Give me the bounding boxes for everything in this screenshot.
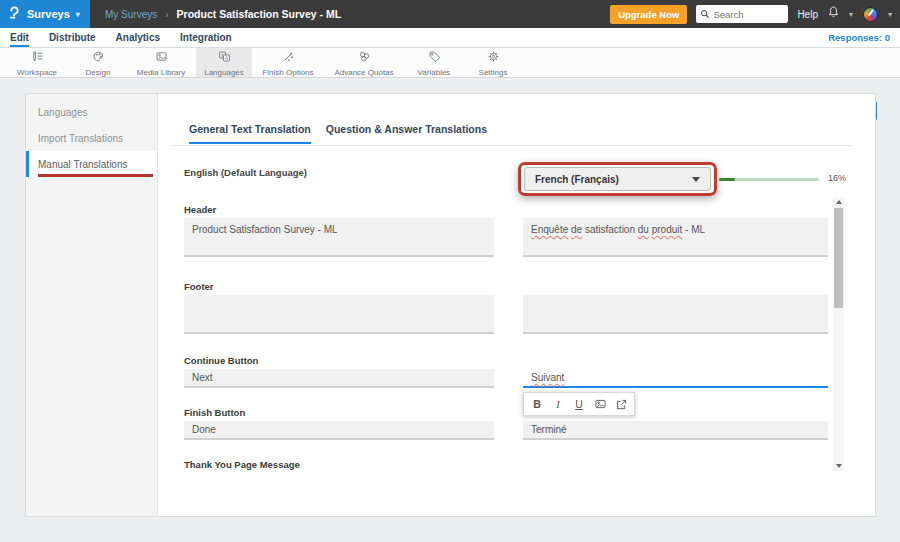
format-toolbar: BIU [523, 392, 635, 416]
upgrade-now-button[interactable]: Upgrade Now [610, 5, 687, 24]
gear-icon [487, 49, 500, 67]
translation-progress-fill [719, 178, 735, 181]
breadcrumb-my-surveys[interactable]: My Surveys [105, 9, 157, 20]
field-row-continue-button: Continue ButtonNextSuivantBIU [158, 355, 833, 388]
field-columns: NextSuivantBIU [184, 369, 833, 388]
toolbar-item-design[interactable]: Design [70, 48, 126, 77]
field-row-header: HeaderProduct Satisfaction Survey - MLEn… [158, 204, 833, 257]
vertical-scrollbar[interactable] [833, 197, 844, 471]
toolbar-item-media-library[interactable]: Media Library [126, 48, 196, 77]
translation-progress-label: 16% [828, 173, 846, 183]
breadcrumb: My Surveys › Product Satisfaction Survey… [105, 0, 341, 28]
translation-input-footer[interactable] [523, 295, 828, 334]
sidebar-item-languages[interactable]: Languages [26, 99, 157, 125]
toolbar-item-label: Workspace [17, 68, 57, 77]
translate-icon: xA [218, 49, 231, 67]
field-columns [184, 295, 833, 334]
translation-cell-continue-button: SuivantBIU [523, 369, 828, 388]
toolbar-item-languages[interactable]: xALanguages [196, 48, 252, 77]
scroll-down-arrow[interactable] [833, 461, 844, 471]
toolbar-item-workspace[interactable]: Workspace [4, 48, 70, 77]
breadcrumb-survey-title: Product Satisfaction Survey - ML [177, 8, 342, 20]
chevron-down-icon: ▾ [76, 10, 80, 19]
field-label: Thank You Page Message [184, 459, 833, 470]
breadcrumb-separator: › [165, 9, 168, 20]
language-select[interactable]: French (Français) [524, 167, 711, 191]
links-icon [358, 49, 371, 67]
scrollbar-thumb[interactable] [834, 208, 843, 308]
tabs-divider [171, 145, 851, 146]
svg-text:A: A [224, 55, 227, 60]
toolbar-item-finish-options[interactable]: Finish Options [252, 48, 324, 77]
chevron-down-icon [692, 177, 700, 182]
translations-content: General Text TranslationQuestion & Answe… [158, 94, 875, 516]
product-menu-label: Surveys [27, 8, 70, 20]
translation-input-header[interactable]: Enquête de satisfaction du produit - ML [523, 218, 828, 257]
image-icon [155, 49, 168, 67]
translation-tabs: General Text TranslationQuestion & Answe… [189, 123, 487, 144]
field-row-thank-you-page-message: Thank You Page Message [158, 459, 833, 471]
underline-icon[interactable]: U [570, 396, 588, 412]
toolbar-item-label: Variables [418, 68, 451, 77]
sidebar-item-import-translations[interactable]: Import Translations [26, 125, 157, 151]
translation-progress-bar [719, 178, 819, 181]
insert-image-icon[interactable] [591, 396, 609, 412]
nav-tab-analytics[interactable]: Analytics [116, 28, 160, 47]
language-select-value: French (Français) [535, 174, 619, 185]
help-link[interactable]: Help [797, 9, 818, 20]
wand-icon [282, 49, 295, 67]
toolbar-item-label: Design [86, 68, 111, 77]
translations-sidebar: LanguagesImport TranslationsManual Trans… [26, 94, 158, 516]
translation-cell-footer [523, 295, 828, 334]
source-text-footer [184, 295, 494, 334]
toolbar-item-variables[interactable]: Variables [404, 48, 464, 77]
translation-input-continue-button[interactable]: Suivant [523, 369, 828, 388]
nav-tab-integration[interactable]: Integration [180, 28, 232, 47]
field-row-finish-button: Finish ButtonDoneTerminé [158, 407, 833, 440]
chevron-down-icon[interactable]: ▾ [849, 10, 853, 19]
source-text-header: Product Satisfaction Survey - ML [184, 218, 494, 257]
translation-input-finish-button[interactable]: Terminé [523, 421, 828, 440]
source-text-continue-button: Next [184, 369, 494, 388]
languages-panel: LanguagesImport TranslationsManual Trans… [25, 93, 876, 517]
field-label: Header [184, 204, 833, 215]
subnav-items: EditDistributeAnalyticsIntegration [0, 28, 900, 47]
user-avatar[interactable] [862, 6, 879, 23]
field-label: Finish Button [184, 407, 833, 418]
sidebar-item-label: Languages [38, 107, 88, 118]
scroll-up-arrow[interactable] [833, 197, 844, 207]
toolbar-item-advance-quotas[interactable]: Advance Quotas [324, 48, 404, 77]
responses-count[interactable]: Responses: 0 [828, 28, 890, 47]
sidebar-item-manual-translations[interactable]: Manual Translations [26, 151, 157, 177]
notifications-bell-icon[interactable] [827, 5, 840, 23]
tab-question-answer-translations[interactable]: Question & Answer Translations [326, 123, 487, 144]
search-input[interactable] [713, 9, 783, 20]
toolbar-item-label: Finish Options [262, 68, 313, 77]
toolbar-item-label: Languages [204, 68, 244, 77]
palette-icon [92, 49, 105, 67]
nav-tab-distribute[interactable]: Distribute [49, 28, 96, 47]
nav-tab-edit[interactable]: Edit [10, 28, 29, 47]
field-columns: DoneTerminé [184, 421, 833, 440]
fields-scroll-area: HeaderProduct Satisfaction Survey - MLEn… [158, 196, 833, 471]
sidebar-item-label: Import Translations [38, 133, 123, 144]
bold-icon[interactable]: B [528, 396, 546, 412]
insert-link-icon[interactable] [612, 396, 630, 412]
survey-nav: EditDistributeAnalyticsIntegration Respo… [0, 28, 900, 48]
global-search[interactable] [696, 5, 788, 23]
workspace-icon [31, 49, 44, 67]
field-label: Footer [184, 281, 833, 292]
toolbar-item-label: Settings [479, 68, 508, 77]
edit-toolbar: WorkspaceDesignMedia LibraryxALanguagesF… [0, 48, 900, 78]
tab-general-text-translation[interactable]: General Text Translation [189, 123, 311, 144]
italic-icon[interactable]: I [549, 396, 567, 412]
topbar-right: Upgrade Now Help ▾ ▾ [610, 0, 892, 28]
toolbar-item-settings[interactable]: Settings [464, 48, 522, 77]
questionpro-app: Surveys ▾ My Surveys › Product Satisfact… [0, 0, 900, 542]
product-switcher[interactable]: Surveys ▾ [0, 0, 90, 28]
default-language-label: English (Default Language) [184, 167, 307, 178]
search-icon [700, 5, 710, 23]
translation-cell-header: Enquête de satisfaction du produit - ML [523, 218, 828, 257]
annotation-red-underline [38, 174, 153, 177]
chevron-down-icon[interactable]: ▾ [888, 10, 892, 19]
